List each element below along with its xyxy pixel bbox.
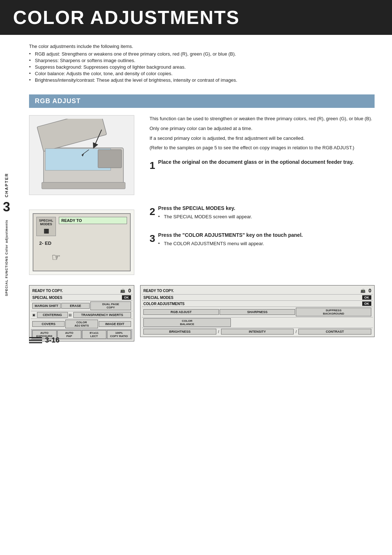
- screen-left-row3: MARGIN SHIFT ERASE DUAL PAGECOPY: [31, 301, 132, 311]
- screen-right-row2: SPECIAL MODES OK: [142, 295, 373, 301]
- screen-left-row1: READY TO COPY. 📠 0: [31, 287, 132, 295]
- page-title: COLOR ADJUSTMENTS: [13, 7, 379, 28]
- intro-section: The color adjustments include the follow…: [29, 44, 375, 83]
- step-1-content: Place the original on the document glass…: [158, 159, 369, 167]
- copier-illustration: [29, 115, 134, 195]
- step-3-bullet: The COLOR ADJUSTMENTS menu will appear.: [158, 240, 369, 247]
- screen-left-ok[interactable]: OK: [122, 295, 131, 300]
- chapter-sub: SPECIAL FUNCTIONS Color adjustments: [5, 220, 8, 296]
- screen-left-row2: SPECIAL MODES OK: [31, 295, 132, 301]
- screen-left-row5: COVERS COLORADJ ENTS IMAGE EDIT: [31, 319, 132, 329]
- covers-btn[interactable]: COVERS: [32, 321, 65, 327]
- screen-right-ok2[interactable]: OK: [362, 301, 372, 306]
- step-3-content: Press the "COLOR ADJUSTMENTS" key on the…: [158, 232, 369, 247]
- sep2: /: [294, 330, 298, 334]
- centering-icon: ▣: [32, 313, 36, 317]
- step-1-section: This function can be used to strengthen …: [29, 115, 375, 195]
- step-3: 3 Press the "COLOR ADJUSTMENTS" key on t…: [150, 232, 375, 247]
- step-2: 2 Press the SPECIAL MODES key. The SPECI…: [150, 205, 375, 220]
- main-content: CHAPTER 3 SPECIAL FUNCTIONS Color adjust…: [0, 35, 392, 350]
- chapter-sidebar: CHAPTER 3 SPECIAL FUNCTIONS Color adjust…: [0, 173, 13, 296]
- step-2-left: SPECIAL MODES ▦ READY TO 2- ED ☞: [29, 205, 138, 275]
- desc-line-2: Only one primary color can be adjusted a…: [150, 125, 375, 133]
- desc-line-1: This function can be used to strengthen …: [150, 115, 375, 123]
- screen-right-wrapper: READY TO COPY. 📠 0 SPECIAL MODES OK COLO…: [140, 285, 375, 341]
- sharpness-btn[interactable]: SHARPNESS: [220, 309, 295, 315]
- page-number: 3-16: [45, 336, 60, 344]
- screens-section: READY TO COPY. 📠 0 SPECIAL MODES OK MARG…: [29, 285, 375, 341]
- dual-page-btn[interactable]: DUAL PAGECOPY: [90, 301, 131, 310]
- sp-dial-row: 2- ED: [36, 240, 127, 246]
- intro-bullet-5: Brightness/intensity/contrast: These adj…: [29, 77, 375, 83]
- screen-right-color-label: COLOR ADJUSTMENTS: [143, 302, 362, 306]
- step-1: 1 Place the original on the document gla…: [150, 159, 375, 171]
- erase-btn[interactable]: ERASE: [61, 303, 90, 309]
- intensity-btn[interactable]: INTENSITY: [221, 329, 294, 335]
- screen-right-ready-label: READY TO COPY.: [143, 289, 360, 293]
- intro-bullet-2: Sharpness: Sharpens or softens image out…: [29, 58, 375, 63]
- screen-left: READY TO COPY. 📠 0 SPECIAL MODES OK MARG…: [29, 285, 134, 341]
- finger-icon: ☞: [52, 251, 61, 263]
- screen-left-wrapper: READY TO COPY. 📠 0 SPECIAL MODES OK MARG…: [29, 285, 134, 341]
- sp-dial-left: 2-: [39, 240, 44, 246]
- sep1: /: [217, 330, 220, 334]
- special-panel-box: SPECIAL MODES ▦ READY TO 2- ED ☞: [33, 213, 131, 271]
- centering-btn[interactable]: CENTERING: [37, 312, 68, 318]
- section-header: RGB ADJUST: [29, 94, 375, 108]
- color-balance-btn[interactable]: COLORBALANCE: [143, 318, 231, 327]
- screen-left-ready-label: READY TO COPY.: [32, 289, 119, 293]
- screen-right-zero: 0: [368, 288, 371, 293]
- color-adj-btn[interactable]: COLORADJ ENTS: [65, 320, 98, 328]
- chapter-label: CHAPTER: [4, 173, 9, 197]
- screen-left-special-label: SPECIAL MODES: [32, 296, 121, 300]
- ratio-btn[interactable]: 100%COPY RATIO: [107, 330, 131, 339]
- description-block: This function can be used to strengthen …: [150, 115, 375, 152]
- fax-icon-right: 📠: [360, 288, 366, 293]
- screen-right-row3: COLOR ADJUSTMENTS OK: [142, 301, 373, 307]
- intro-bullet-3: Suppress background: Suppresses copying …: [29, 64, 375, 70]
- step-2-number: 2: [150, 206, 155, 218]
- screen-right-ok1[interactable]: OK: [362, 295, 372, 300]
- sp-display-text: READY TO: [61, 218, 82, 223]
- screen-left-row4: ▣ CENTERING ▤ TRANSPARENCY INSERTS: [31, 311, 132, 319]
- step-2-bullet: The SPECIAL MODES screen will appear.: [158, 213, 369, 220]
- intro-bullet-1: RGB adjust: Strengthens or weakens one o…: [29, 51, 375, 57]
- transparency-icon: ▤: [69, 313, 72, 317]
- step-2-content: Press the SPECIAL MODES key. The SPECIAL…: [158, 205, 369, 220]
- contrast-btn[interactable]: CONTRAST: [298, 329, 371, 335]
- screen-right: READY TO COPY. 📠 0 SPECIAL MODES OK COLO…: [140, 285, 375, 337]
- image-edit-btn[interactable]: IMAGE EDIT: [99, 321, 131, 327]
- intro-bullet-4: Color balance: Adjusts the color, tone, …: [29, 71, 375, 76]
- step-3-body: The COLOR ADJUSTMENTS menu will appear.: [158, 240, 369, 247]
- special-modes-key[interactable]: SPECIAL MODES ▦: [36, 217, 56, 236]
- step-2-right: 2 Press the SPECIAL MODES key. The SPECI…: [150, 205, 375, 275]
- suppress-bg-btn[interactable]: SUPPRESSBACKGROUND: [296, 308, 371, 316]
- step-1-left: [29, 115, 138, 195]
- sp-key-line1: SPECIAL: [39, 219, 53, 222]
- screen-right-special-label: SPECIAL MODES: [143, 296, 362, 300]
- svg-rect-4: [42, 182, 125, 189]
- title-bar: COLOR ADJUSTMENTS: [0, 0, 392, 35]
- screen-right-row5: COLORBALANCE: [142, 317, 373, 328]
- step-1-number: 1: [150, 160, 155, 171]
- sp-display: READY TO: [59, 217, 127, 224]
- select-btn[interactable]: 8½x11LECT: [82, 330, 106, 339]
- margin-shift-btn[interactable]: MARGIN SHIFT: [32, 303, 61, 309]
- page-num-line-2: [29, 340, 42, 341]
- step-3-number: 3: [150, 233, 155, 244]
- special-modes-panel: SPECIAL MODES ▦ READY TO 2- ED ☞: [29, 210, 134, 275]
- transparency-btn[interactable]: TRANSPARENCY INSERTS: [73, 312, 131, 318]
- sp-top-row: SPECIAL MODES ▦ READY TO: [36, 217, 127, 236]
- svg-rect-3: [98, 150, 122, 168]
- paper-btn[interactable]: AUTOPAP: [57, 330, 82, 339]
- brightness-btn[interactable]: BRIGHTNESS: [143, 329, 216, 335]
- rgb-adjust-btn[interactable]: RGB ADJUST: [143, 309, 219, 315]
- screen-right-row4: RGB ADJUST SHARPNESS SUPPRESSBACKGROUND: [142, 307, 373, 317]
- step-1-title: Place the original on the document glass…: [158, 159, 369, 165]
- page-num-line-1: [29, 337, 42, 338]
- page-num-line-3: [29, 342, 42, 343]
- page-num-decoration: [29, 337, 42, 343]
- intro-list: RGB adjust: Strengthens or weakens one o…: [29, 51, 375, 83]
- fax-icon-left: 📠: [120, 288, 125, 293]
- screen-left-zero: 0: [128, 288, 131, 293]
